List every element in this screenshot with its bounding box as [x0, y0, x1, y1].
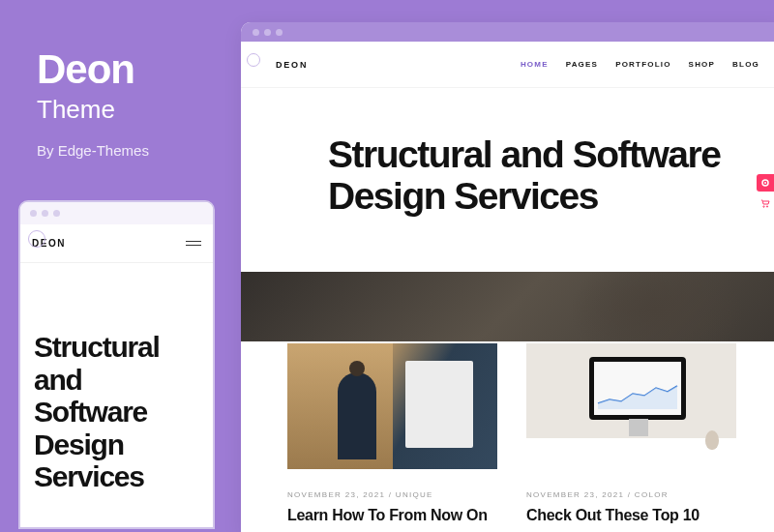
window-dot — [253, 29, 259, 36]
desktop-preview-window: DEON HOME PAGES PORTFOLIO SHOP BLOG Stru… — [241, 22, 774, 532]
desktop-nav: DEON HOME PAGES PORTFOLIO SHOP BLOG — [241, 42, 774, 88]
window-dot — [30, 210, 37, 217]
desktop-titlebar — [241, 22, 774, 42]
desktop-hero-title: Structural and Software Design Services — [328, 134, 774, 218]
theme-author: By Edge-Themes — [37, 142, 149, 159]
mobile-header: DEON — [20, 224, 213, 263]
card-image — [287, 343, 497, 469]
nav-portfolio[interactable]: PORTFOLIO — [615, 60, 670, 69]
window-dot — [264, 29, 271, 36]
card-image — [526, 343, 736, 469]
svg-point-1 — [764, 182, 766, 184]
theme-name: Deon — [37, 46, 149, 93]
logo-badge-icon — [28, 230, 45, 248]
hamburger-menu-icon[interactable] — [186, 241, 201, 246]
nav-pages[interactable]: PAGES — [566, 60, 598, 69]
nav-home[interactable]: HOME — [521, 60, 549, 69]
side-action-tabs — [757, 174, 774, 212]
blog-card[interactable]: NOVEMBER 23, 2021 / UNIQUE Learn How To … — [287, 343, 497, 524]
logo-badge-icon — [247, 53, 260, 67]
nav-shop[interactable]: SHOP — [689, 60, 715, 69]
hero-background-image — [241, 272, 774, 341]
mobile-hero-title: Structural and Software Design Services — [34, 331, 199, 493]
side-tab-action[interactable] — [757, 174, 774, 192]
card-meta: NOVEMBER 23, 2021 / COLOR — [526, 490, 736, 499]
window-dot — [276, 29, 283, 36]
window-dot — [53, 210, 60, 217]
card-meta: NOVEMBER 23, 2021 / UNIQUE — [287, 490, 497, 499]
desktop-hero: Structural and Software Design Services — [241, 88, 774, 272]
theme-label: Theme — [37, 95, 149, 125]
side-tab-cart[interactable] — [757, 194, 774, 212]
nav-blog[interactable]: BLOG — [732, 60, 759, 69]
blog-card[interactable]: NOVEMBER 23, 2021 / COLOR Check Out Thes… — [526, 343, 736, 524]
card-title: Check Out These Top 10 — [526, 507, 736, 524]
card-title: Learn How To From Now On — [287, 507, 497, 524]
desktop-logo[interactable]: DEON — [276, 60, 308, 70]
window-dot — [42, 210, 48, 217]
cards-container: NOVEMBER 23, 2021 / UNIQUE Learn How To … — [268, 324, 756, 524]
mobile-titlebar — [20, 202, 213, 224]
mobile-preview-window: DEON Structural and Software Design Serv… — [18, 200, 215, 529]
mobile-hero: Structural and Software Design Services — [20, 263, 213, 493]
